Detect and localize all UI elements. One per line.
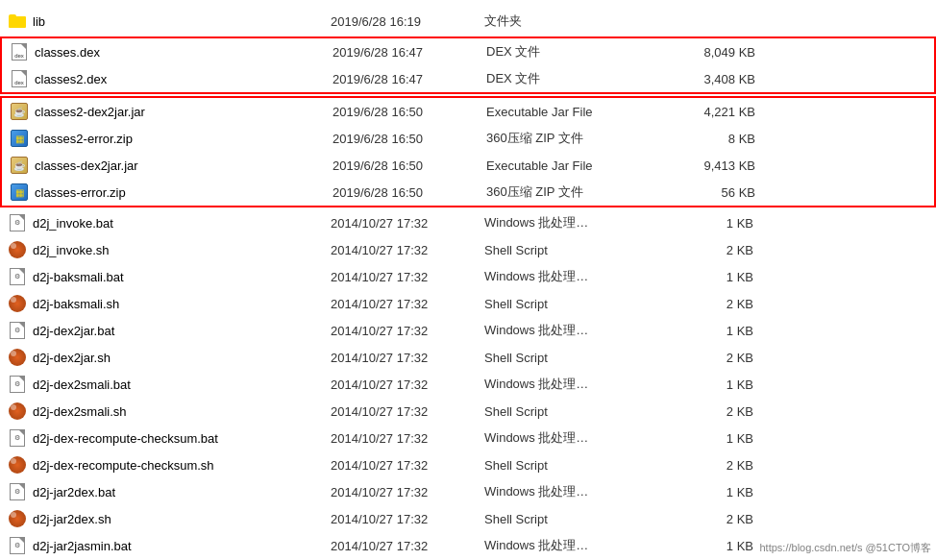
- bat-icon: ⚙: [10, 214, 25, 231]
- file-date: 2019/6/28 16:50: [333, 105, 486, 119]
- bat-icon: ⚙: [10, 268, 25, 285]
- list-item[interactable]: classes-error.zip2019/6/28 16:50360压缩 ZI…: [2, 179, 934, 206]
- file-name: classes.dex: [35, 45, 333, 60]
- list-item[interactable]: dexclasses.dex2019/6/28 16:47DEX 文件8,049…: [2, 38, 934, 65]
- list-item[interactable]: classes-dex2jar.jar2019/6/28 16:50Execut…: [2, 152, 934, 179]
- list-item[interactable]: d2j_invoke.sh2014/10/27 17:32Shell Scrip…: [0, 236, 936, 263]
- file-list: lib2019/6/28 16:19文件夹dexclasses.dex2019/…: [0, 0, 936, 560]
- file-date: 2014/10/27 17:32: [331, 404, 484, 419]
- list-item[interactable]: ⚙d2j-dex2smali.bat2014/10/27 17:32Window…: [0, 371, 936, 398]
- file-type: Executable Jar File: [486, 158, 659, 173]
- file-date: 2019/6/28 16:50: [333, 158, 486, 173]
- dex-icon: dex: [12, 43, 27, 61]
- file-name: classes-dex2jar.jar: [35, 158, 333, 173]
- file-date: 2019/6/28 16:50: [333, 185, 486, 200]
- file-type: Shell Script: [484, 351, 657, 365]
- file-size: 2 KB: [657, 297, 753, 311]
- file-type: Windows 批处理…: [484, 268, 657, 285]
- file-date: 2014/10/27 17:32: [331, 216, 484, 231]
- file-date: 2014/10/27 17:32: [331, 270, 484, 284]
- file-name: d2j-dex2jar.bat: [33, 324, 331, 338]
- list-item[interactable]: ⚙d2j_invoke.bat2014/10/27 17:32Windows 批…: [0, 209, 936, 236]
- file-name: d2j-dex2jar.sh: [33, 351, 331, 365]
- file-size: 8,049 KB: [659, 45, 755, 60]
- list-item[interactable]: d2j-baksmali.sh2014/10/27 17:32Shell Scr…: [0, 290, 936, 317]
- sh-icon: [9, 295, 26, 312]
- file-type: Windows 批处理…: [484, 376, 657, 393]
- list-item[interactable]: classes2-error.zip2019/6/28 16:50360压缩 Z…: [2, 125, 934, 152]
- file-date: 2014/10/27 17:32: [331, 431, 484, 446]
- zip-icon: [11, 130, 28, 147]
- list-item[interactable]: d2j-dex2jar.sh2014/10/27 17:32Shell Scri…: [0, 344, 936, 371]
- file-name: classes-error.zip: [35, 185, 333, 200]
- file-type: Windows 批处理…: [484, 214, 657, 231]
- file-name: d2j_invoke.bat: [33, 216, 331, 231]
- file-type: Windows 批处理…: [484, 483, 657, 500]
- file-date: 2014/10/27 17:32: [331, 377, 484, 392]
- file-size: 1 KB: [657, 485, 753, 499]
- file-size: 1 KB: [657, 324, 753, 338]
- file-date: 2014/10/27 17:32: [331, 512, 484, 526]
- bat-icon: ⚙: [10, 483, 25, 500]
- file-size: 8 KB: [659, 132, 755, 146]
- file-name: d2j-dex-recompute-checksum.bat: [33, 431, 331, 446]
- list-item[interactable]: ⚙d2j-baksmali.bat2014/10/27 17:32Windows…: [0, 263, 936, 290]
- file-size: 1 KB: [657, 377, 753, 392]
- file-type: Shell Script: [484, 243, 657, 257]
- list-item[interactable]: classes2-dex2jar.jar2019/6/28 16:50Execu…: [2, 98, 934, 125]
- file-name: d2j_invoke.sh: [33, 243, 331, 257]
- file-name: d2j-jar2dex.sh: [33, 512, 331, 526]
- dex-icon: dex: [12, 70, 27, 87]
- file-size: 4,221 KB: [659, 105, 755, 119]
- watermark: https://blog.csdn.net/s @51CTO博客: [760, 541, 932, 555]
- list-item[interactable]: d2j-dex2smali.sh2014/10/27 17:32Shell Sc…: [0, 398, 936, 425]
- file-type: Executable Jar File: [486, 105, 659, 119]
- file-type: Windows 批处理…: [484, 429, 657, 447]
- jar-icon: [11, 157, 28, 174]
- file-size: 1 KB: [657, 539, 753, 553]
- file-name: d2j-jar2jasmin.bat: [33, 539, 331, 553]
- file-type: Shell Script: [484, 512, 657, 526]
- file-type: 文件夹: [484, 12, 657, 30]
- file-date: 2014/10/27 17:32: [331, 485, 484, 499]
- zip-icon: [11, 183, 28, 201]
- jar-icon: [11, 103, 28, 120]
- file-date: 2014/10/27 17:32: [331, 243, 484, 257]
- file-name: lib: [33, 14, 331, 29]
- list-item[interactable]: d2j-jar2dex.sh2014/10/27 17:32Shell Scri…: [0, 505, 936, 532]
- file-size: 2 KB: [657, 404, 753, 419]
- list-item[interactable]: dexclasses2.dex2019/6/28 16:47DEX 文件3,40…: [2, 65, 934, 92]
- file-date: 2014/10/27 17:32: [331, 351, 484, 365]
- list-item[interactable]: ⚙d2j-jar2dex.bat2014/10/27 17:32Windows …: [0, 478, 936, 505]
- sh-icon: [9, 349, 26, 366]
- file-size: 1 KB: [657, 216, 753, 231]
- bat-icon: ⚙: [10, 429, 25, 447]
- file-size: 2 KB: [657, 512, 753, 526]
- file-type: 360压缩 ZIP 文件: [486, 130, 659, 147]
- file-type: Shell Script: [484, 458, 657, 473]
- file-name: classes2-dex2jar.jar: [35, 105, 333, 119]
- bat-icon: ⚙: [10, 376, 25, 393]
- file-date: 2019/6/28 16:47: [333, 45, 486, 60]
- list-item[interactable]: ⚙d2j-dex2jar.bat2014/10/27 17:32Windows …: [0, 317, 936, 344]
- file-size: 2 KB: [657, 458, 753, 473]
- file-size: 1 KB: [657, 431, 753, 446]
- file-size: 9,413 KB: [659, 158, 755, 173]
- file-size: 2 KB: [657, 243, 753, 257]
- file-date: 2019/6/28 16:47: [333, 72, 486, 86]
- file-name: d2j-baksmali.sh: [33, 297, 331, 311]
- folder-icon: [9, 14, 26, 28]
- file-date: 2019/6/28 16:19: [331, 14, 484, 29]
- file-name: d2j-dex-recompute-checksum.sh: [33, 458, 331, 473]
- file-date: 2014/10/27 17:32: [331, 324, 484, 338]
- list-item[interactable]: ⚙d2j-dex-recompute-checksum.bat2014/10/2…: [0, 425, 936, 451]
- file-name: classes2.dex: [35, 72, 333, 86]
- file-size: 1 KB: [657, 270, 753, 284]
- list-item[interactable]: d2j-dex-recompute-checksum.sh2014/10/27 …: [0, 451, 936, 478]
- file-type: DEX 文件: [486, 70, 659, 87]
- list-item[interactable]: lib2019/6/28 16:19文件夹: [0, 8, 936, 35]
- file-name: d2j-dex2smali.sh: [33, 404, 331, 419]
- file-name: d2j-baksmali.bat: [33, 270, 331, 284]
- file-date: 2019/6/28 16:50: [333, 132, 486, 146]
- file-size: 3,408 KB: [659, 72, 755, 86]
